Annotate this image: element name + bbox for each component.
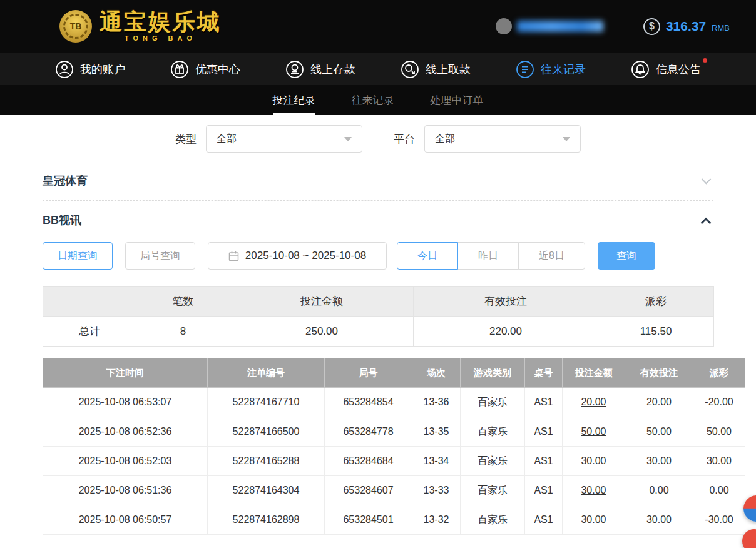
balance-display[interactable]: $ 316.37 RMB bbox=[643, 18, 730, 35]
table-row: 2025-10-08 06:53:07 522874167710 6532848… bbox=[43, 388, 745, 417]
table-row: 2025-10-08 06:52:36 522874166500 6532847… bbox=[43, 417, 745, 447]
table-row: 2025-10-08 06:51:36 522874164304 6532846… bbox=[43, 476, 745, 505]
today-button[interactable]: 今日 bbox=[397, 242, 458, 270]
chevron-up-icon bbox=[701, 218, 712, 228]
cell-round-number: 653284854 bbox=[325, 388, 412, 417]
platform-select[interactable]: 全部 bbox=[424, 125, 581, 153]
summary-total-payout: 115.50 bbox=[598, 317, 714, 347]
user-icon bbox=[55, 60, 74, 79]
yesterday-button[interactable]: 昨日 bbox=[457, 242, 519, 270]
section-bb-video[interactable]: BB视讯 bbox=[43, 201, 713, 240]
summary-total-label: 总计 bbox=[43, 317, 136, 347]
section-crown-sports[interactable]: 皇冠体育 bbox=[43, 161, 713, 200]
bet-table-header-row: 下注时间 注单编号 局号 场次 游戏类别 桌号 投注金额 有效投注 派彩 bbox=[43, 358, 745, 388]
type-select[interactable]: 全部 bbox=[206, 125, 362, 153]
cell-payout: 50.00 bbox=[693, 417, 745, 447]
balance-amount: 316.37 bbox=[666, 19, 706, 34]
avatar bbox=[496, 18, 512, 34]
nav-item-deposit[interactable]: 线上存款 bbox=[285, 60, 355, 79]
chevron-down-icon bbox=[563, 137, 570, 141]
deposit-icon bbox=[285, 60, 304, 79]
cell-session: 13-33 bbox=[412, 476, 461, 505]
date-range-value: 2025-10-08 ~ 2025-10-08 bbox=[245, 250, 366, 262]
header-round-number: 局号 bbox=[325, 358, 412, 388]
nav-item-announcements[interactable]: 信息公告 bbox=[631, 60, 701, 79]
cell-bet-amount-link[interactable]: 30.00 bbox=[563, 505, 625, 535]
summary-table: 笔数 投注金额 有效投注 派彩 总计 8 250.00 220.00 115.5… bbox=[43, 286, 714, 347]
header-order-number: 注单编号 bbox=[208, 358, 325, 388]
cell-order-number: 522874166500 bbox=[208, 417, 325, 447]
cell-table-number: AS1 bbox=[525, 417, 563, 447]
cell-game-type: 百家乐 bbox=[461, 388, 525, 417]
floating-service-widget[interactable] bbox=[743, 495, 756, 522]
summary-header-payout: 派彩 bbox=[598, 287, 714, 317]
nav-item-records[interactable]: 往来记录 bbox=[516, 60, 586, 79]
cell-table-number: AS1 bbox=[525, 447, 563, 476]
dollar-icon: $ bbox=[643, 18, 660, 35]
nav-label: 往来记录 bbox=[541, 62, 586, 77]
site-logo[interactable]: TB 通宝娱乐城 TONG BAO bbox=[59, 10, 222, 43]
cell-payout: -30.00 bbox=[693, 505, 745, 535]
cell-valid-bet: 30.00 bbox=[625, 505, 693, 535]
cell-payout: -20.00 bbox=[693, 388, 745, 417]
user-account-area[interactable] bbox=[496, 18, 603, 34]
search-button[interactable]: 查询 bbox=[598, 242, 655, 270]
platform-filter-label: 平台 bbox=[394, 132, 415, 146]
bet-records-table: 下注时间 注单编号 局号 场次 游戏类别 桌号 投注金额 有效投注 派彩 202… bbox=[43, 358, 745, 535]
cell-table-number: AS1 bbox=[525, 505, 563, 535]
platform-select-value: 全部 bbox=[435, 133, 455, 146]
type-filter-group: 类型 全部 bbox=[175, 125, 362, 153]
cell-round-number: 653284607 bbox=[325, 476, 412, 505]
cell-valid-bet: 30.00 bbox=[625, 447, 693, 476]
main-navigation: 我的账户 优惠中心 线上存款 线上取款 往来记录 信息公告 bbox=[0, 53, 756, 85]
last8days-button[interactable]: 近8日 bbox=[518, 242, 585, 270]
header-bet-amount: 投注金额 bbox=[563, 358, 625, 388]
nav-item-promotions[interactable]: 优惠中心 bbox=[170, 60, 240, 79]
cell-valid-bet: 0.00 bbox=[625, 476, 693, 505]
cell-bet-time: 2025-10-08 06:50:57 bbox=[43, 505, 208, 535]
cell-round-number: 653284501 bbox=[325, 505, 412, 535]
date-range-picker[interactable]: 2025-10-08 ~ 2025-10-08 bbox=[208, 242, 387, 270]
cell-bet-time: 2025-10-08 06:53:07 bbox=[43, 388, 208, 417]
cell-session: 13-36 bbox=[412, 388, 461, 417]
cell-bet-amount-link[interactable]: 30.00 bbox=[563, 476, 625, 505]
cell-order-number: 522874162898 bbox=[208, 505, 325, 535]
balance-currency: RMB bbox=[712, 23, 730, 33]
logo-main-text: 通宝娱乐城 bbox=[100, 11, 222, 33]
nav-item-my-account[interactable]: 我的账户 bbox=[55, 60, 125, 79]
nav-item-withdraw[interactable]: 线上取款 bbox=[401, 60, 471, 79]
tab-pending-orders[interactable]: 处理中订单 bbox=[431, 85, 484, 115]
nav-label: 我的账户 bbox=[80, 62, 125, 77]
cell-game-type: 百家乐 bbox=[461, 447, 525, 476]
nav-label: 信息公告 bbox=[656, 62, 701, 77]
cell-bet-time: 2025-10-08 06:51:36 bbox=[43, 476, 208, 505]
header-session: 场次 bbox=[412, 358, 461, 388]
round-query-button[interactable]: 局号查询 bbox=[125, 242, 195, 270]
tab-bet-records[interactable]: 投注纪录 bbox=[273, 85, 315, 115]
cell-valid-bet: 20.00 bbox=[625, 388, 693, 417]
summary-total-bet-amount: 250.00 bbox=[230, 317, 414, 347]
chevron-down-icon bbox=[702, 174, 712, 184]
nav-label: 线上取款 bbox=[426, 62, 471, 77]
cell-order-number: 522874164304 bbox=[208, 476, 325, 505]
table-row: 2025-10-08 06:52:03 522874165288 6532846… bbox=[43, 447, 745, 476]
cell-bet-amount-link[interactable]: 20.00 bbox=[563, 388, 625, 417]
cell-bet-amount-link[interactable]: 30.00 bbox=[563, 447, 625, 476]
platform-filter-group: 平台 全部 bbox=[394, 125, 581, 153]
top-bar: TB 通宝娱乐城 TONG BAO $ 316.37 RMB bbox=[0, 0, 756, 53]
cell-game-type: 百家乐 bbox=[461, 476, 525, 505]
chevron-down-icon bbox=[344, 137, 352, 141]
cell-bet-amount-link[interactable]: 50.00 bbox=[563, 417, 625, 447]
calendar-icon bbox=[228, 251, 239, 261]
header-payout: 派彩 bbox=[693, 358, 745, 388]
date-query-button[interactable]: 日期查询 bbox=[43, 242, 113, 270]
tab-transaction-records[interactable]: 往来记录 bbox=[352, 85, 394, 115]
cell-order-number: 522874167710 bbox=[208, 388, 325, 417]
table-row: 2025-10-08 06:50:57 522874162898 6532845… bbox=[43, 505, 745, 535]
summary-header-empty bbox=[43, 287, 136, 317]
records-icon bbox=[516, 60, 534, 79]
cell-table-number: AS1 bbox=[525, 388, 563, 417]
logo-text: 通宝娱乐城 TONG BAO bbox=[100, 11, 222, 42]
cell-round-number: 653284684 bbox=[325, 447, 412, 476]
section-title-bb-video: BB视讯 bbox=[43, 213, 81, 228]
